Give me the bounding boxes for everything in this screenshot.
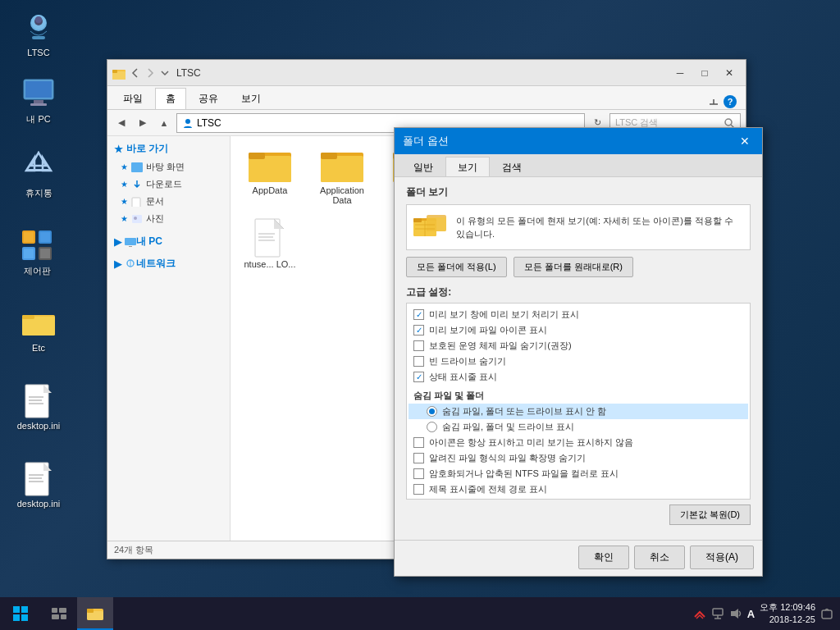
adv-item-color-ntfs[interactable]: 암호화되거나 압축된 NTFS 파일을 컬러로 표시 <box>409 466 748 482</box>
nav-quick-access[interactable]: ★ 바로 가기 <box>107 139 230 158</box>
apply-all-folders-button[interactable]: 모든 폴더에 적용(L) <box>406 257 507 277</box>
nav-network[interactable]: ▶ 네트워크 <box>107 254 230 273</box>
ini1-icon <box>22 385 55 418</box>
ini2-icon <box>22 463 55 495</box>
network-icon[interactable] <box>711 607 724 620</box>
adv-item-hide-protected[interactable]: 보호된 운영 체제 파일 숨기기(권장) <box>409 338 748 354</box>
svg-rect-55 <box>321 153 337 159</box>
desktop-icon-etc[interactable]: Etc <box>10 304 67 356</box>
svg-rect-42 <box>131 162 143 172</box>
ltsc-icon <box>22 11 55 44</box>
adv-check-preview-pane[interactable] <box>413 309 424 320</box>
tab-home[interactable]: 홈 <box>155 88 186 109</box>
desktop-icon-ltsc[interactable]: LTSC <box>10 8 67 61</box>
nav-desktop[interactable]: ★ 바탕 화면 <box>107 158 230 176</box>
dialog-body: 폴더 보기 이 유형의 모든 폴더에 현재 보기(예: 자세히 또는 아이콘)를… <box>395 177 762 540</box>
window-title: LTSC <box>176 67 669 79</box>
dialog-tabs: 일반 보기 검색 <box>395 154 762 177</box>
forward-btn[interactable]: ▶ <box>134 114 152 132</box>
tab-file[interactable]: 파일 <box>112 88 153 109</box>
svg-rect-91 <box>13 614 20 621</box>
dropdown-icon[interactable] <box>158 66 171 80</box>
nav-documents[interactable]: ★ 문서 <box>107 193 230 210</box>
adv-check-file-icon[interactable] <box>413 325 424 336</box>
svg-rect-36 <box>112 70 117 73</box>
adv-radio-show[interactable] <box>427 422 437 432</box>
dialog-close-button[interactable]: ✕ <box>736 132 754 150</box>
file-item-appdata2[interactable]: Application Data <box>309 143 375 208</box>
svg-rect-96 <box>61 614 66 619</box>
tab-share[interactable]: 공유 <box>188 88 229 109</box>
explorer-title-icon <box>112 66 126 80</box>
adv-item-hide-ext[interactable]: 알려진 파일 형식의 파일 확장명 숨기기 <box>409 450 748 466</box>
tab-view[interactable]: 보기 <box>231 88 272 109</box>
adv-item-status-bar[interactable]: 상태 표시줄 표시 <box>409 369 748 385</box>
ok-button[interactable]: 확인 <box>578 546 629 569</box>
restore-defaults-button[interactable]: 기본값 복원(D) <box>669 504 751 525</box>
desktop-icon-recycle[interactable]: 휴지통 <box>10 148 67 203</box>
up-btn[interactable]: ▲ <box>155 114 173 132</box>
recycle-label: 휴지통 <box>25 187 52 199</box>
svg-marker-103 <box>731 609 738 619</box>
adv-check-hide-empty[interactable] <box>413 356 424 367</box>
adv-item-full-path[interactable]: 제목 표시줄에 전체 경로 표시 <box>409 482 748 497</box>
explorer-taskbar-btn[interactable] <box>77 597 113 630</box>
adv-item-show-hidden[interactable]: 숨김 파일, 폴더 및 드라이브 표시 <box>409 419 748 435</box>
adv-check-always-icon[interactable] <box>413 437 424 448</box>
svg-rect-95 <box>52 614 59 619</box>
file-item-appdata[interactable]: AppData <box>237 143 303 208</box>
minimize-button[interactable]: ─ <box>669 64 692 82</box>
svg-rect-51 <box>249 156 291 182</box>
svg-rect-79 <box>258 236 273 238</box>
apply-button[interactable]: 적용(A) <box>690 546 754 569</box>
adv-item-hide-empty[interactable]: 빈 드라이브 숨기기 <box>409 354 748 369</box>
desktop-icon-ini2[interactable]: desktop.ini <box>10 459 67 512</box>
dialog-tab-view[interactable]: 보기 <box>445 157 490 176</box>
forward-icon[interactable] <box>144 66 157 80</box>
svg-rect-8 <box>30 103 47 106</box>
adv-check-status-bar[interactable] <box>413 372 424 382</box>
nav-pictures[interactable]: ★ 사진 <box>107 210 230 227</box>
notification-icon[interactable] <box>820 607 833 620</box>
cancel-button[interactable]: 취소 <box>634 546 685 569</box>
reset-all-folders-button[interactable]: 모든 폴더를 원래대로(R) <box>514 257 633 277</box>
maximize-button[interactable]: □ <box>693 64 716 82</box>
dialog-tab-general[interactable]: 일반 <box>401 157 445 176</box>
taskview-button[interactable] <box>41 597 77 630</box>
nav-mypc[interactable]: ▶ 내 PC <box>107 232 230 251</box>
svg-rect-33 <box>29 481 43 482</box>
back-btn[interactable]: ◀ <box>112 114 130 132</box>
svg-rect-20 <box>40 249 50 258</box>
adv-item-preview-pane[interactable]: 미리 보기 창에 미리 보기 처리기 표시 <box>409 307 748 322</box>
desktop-icon-mypc[interactable]: 내 PC <box>10 74 67 129</box>
close-button[interactable]: ✕ <box>718 64 741 82</box>
help-icon[interactable]: ? <box>723 94 737 109</box>
dialog-tab-search[interactable]: 검색 <box>490 157 534 176</box>
taskview-icon <box>52 608 66 619</box>
taskbar-clock[interactable]: 오후 12:09:46 2018-12-25 <box>760 601 815 627</box>
advanced-list[interactable]: 미리 보기 창에 미리 보기 처리기 표시 미리 보기에 파일 아이콘 표시 보… <box>406 303 751 500</box>
ribbon-toggle-icon[interactable] <box>708 96 719 107</box>
adv-item-file-icon[interactable]: 미리 보기에 파일 아이콘 표시 <box>409 322 748 338</box>
adv-item-always-icon[interactable]: 아이콘은 항상 표시하고 미리 보기는 표시하지 않음 <box>409 435 748 450</box>
clock-time: 오후 12:09:46 <box>760 601 815 614</box>
adv-check-hide-ext[interactable] <box>413 453 424 463</box>
svg-rect-18 <box>24 249 34 258</box>
file-item-ntuse-lo[interactable]: ntuse... LO... <box>237 215 303 272</box>
start-button[interactable] <box>0 597 41 630</box>
svg-rect-83 <box>413 218 422 222</box>
adv-item-no-show-hidden[interactable]: 숨김 파일, 폴더 또는 드라이브 표시 안 함 <box>409 404 748 419</box>
adv-check-full-path[interactable] <box>413 484 424 495</box>
back-icon[interactable] <box>129 66 142 80</box>
mypc-icon <box>22 77 55 110</box>
adv-check-hide-protected[interactable] <box>413 340 424 351</box>
adv-check-color-ntfs[interactable] <box>413 468 424 479</box>
desktop-icon-ini1[interactable]: desktop.ini <box>10 381 67 434</box>
volume-icon[interactable] <box>729 607 742 620</box>
network-status-icon[interactable] <box>693 607 706 620</box>
folder-view-icon <box>413 212 448 243</box>
nav-download[interactable]: ★ 다운로드 <box>107 176 230 193</box>
desktop-icon-control[interactable]: 제어판 <box>8 226 66 281</box>
adv-radio-no-show[interactable] <box>427 406 437 417</box>
svg-rect-12 <box>28 169 49 171</box>
